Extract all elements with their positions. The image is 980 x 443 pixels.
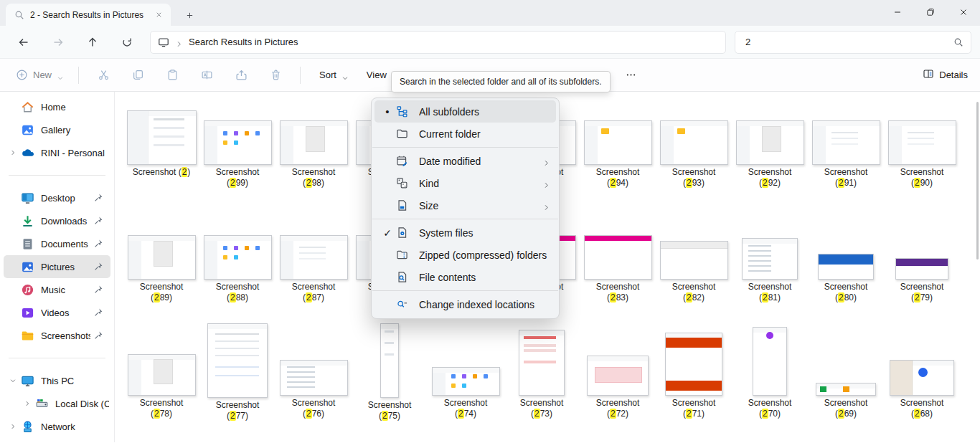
toolbar-separator (78, 67, 79, 84)
file-item[interactable]: Screenshot (279) (884, 210, 960, 306)
sidebar-item-desktop[interactable]: Desktop (4, 186, 110, 209)
menu-item-kind[interactable]: Kind (374, 172, 556, 194)
sort-button[interactable]: Sort (308, 64, 355, 87)
file-item[interactable]: Screenshot (294) (580, 94, 656, 191)
menu-separator (372, 147, 558, 148)
tab-close-icon[interactable] (152, 9, 165, 22)
menu-item-change-indexed-locations[interactable]: Change indexed locations (374, 293, 556, 315)
file-item[interactable]: Screenshot (271) (656, 323, 732, 422)
sidebar-item-rini-personal[interactable]: RINI - Personal (4, 141, 110, 164)
new-button[interactable]: New (9, 64, 71, 87)
file-item[interactable]: Screenshot (273) (504, 323, 580, 422)
sidebar-item-label: Documents (41, 239, 90, 249)
menu-item-size[interactable]: Size (374, 194, 556, 216)
menu-item-system-files[interactable]: ✓System files (374, 222, 556, 244)
search-term-highlight: 2 (458, 409, 464, 419)
menu-item-current-folder[interactable]: Current folder (374, 123, 556, 145)
expander-spacer (5, 216, 21, 225)
file-item[interactable]: Screenshot (289) (123, 210, 199, 306)
search-icon[interactable] (953, 37, 963, 47)
file-item[interactable]: Screenshot (298) (275, 94, 352, 191)
file-item[interactable]: Screenshot (280) (808, 210, 884, 306)
sidebar-item-label: Music (41, 285, 90, 295)
expander-spacer (5, 331, 21, 340)
chevron-right-icon[interactable] (19, 399, 35, 408)
menu-item-date-modified[interactable]: Date modified (374, 150, 556, 172)
search-input[interactable] (738, 37, 953, 47)
chevron-right-icon[interactable] (5, 148, 21, 157)
file-item[interactable]: Screenshot (275) (352, 323, 428, 422)
menu-item-all-subfolders[interactable]: •All subfolders (374, 100, 556, 123)
new-tab-button[interactable] (181, 6, 198, 24)
file-item[interactable]: Screenshot (2) (123, 94, 199, 191)
file-item[interactable]: Screenshot (278) (123, 323, 199, 422)
file-item[interactable]: Screenshot (276) (275, 323, 352, 422)
pin-icon (93, 216, 103, 226)
details-pane-icon (923, 68, 934, 82)
copy-button[interactable] (122, 64, 154, 87)
close-button[interactable] (947, 0, 980, 24)
search-term-highlight: 2 (534, 409, 540, 419)
file-item[interactable]: Screenshot (272) (580, 323, 656, 422)
sidebar-item-label: Local Disk (C:) (55, 399, 109, 409)
sidebar-item-home[interactable]: Home (4, 95, 110, 118)
vertical-scrollbar[interactable] (976, 102, 979, 259)
chevron-right-icon[interactable] (175, 38, 183, 46)
share-button[interactable] (225, 64, 257, 87)
chevron-down-icon[interactable] (5, 376, 21, 385)
sidebar-item-downloads[interactable]: Downloads (4, 209, 110, 232)
sidebar-item-gallery[interactable]: Gallery (4, 118, 110, 141)
file-item[interactable]: Screenshot (277) (199, 323, 275, 422)
chevron-right-icon[interactable] (5, 422, 21, 431)
file-item[interactable]: Screenshot (293) (656, 94, 732, 191)
file-item[interactable]: Screenshot (282) (656, 210, 732, 306)
file-explorer-window: 2 - Search Results in Pictures Search Re… (0, 0, 980, 443)
search-box[interactable] (735, 31, 971, 54)
see-more-button[interactable] (619, 64, 644, 87)
menu-item-label: File contents (419, 272, 550, 283)
menu-item-zipped-compressed-folders[interactable]: Zipped (compressed) folders (374, 244, 556, 266)
file-item[interactable]: Screenshot (281) (732, 210, 808, 306)
explorer-tab[interactable]: 2 - Search Results in Pictures (6, 4, 171, 26)
file-thumbnail (127, 110, 197, 165)
sidebar-item-network[interactable]: Network (4, 415, 110, 438)
file-item[interactable]: Screenshot (268) (884, 323, 960, 422)
details-button[interactable]: Details (916, 64, 974, 87)
sidebar-item-label: Home (41, 102, 109, 113)
address-bar[interactable]: Search Results in Pictures (150, 31, 726, 54)
paste-button[interactable] (156, 64, 188, 87)
minimize-button[interactable] (881, 0, 914, 24)
file-item[interactable]: Screenshot (288) (199, 210, 275, 306)
file-item[interactable]: Screenshot (269) (808, 323, 884, 422)
sidebar-item-pictures[interactable]: Pictures (4, 255, 110, 278)
file-item[interactable]: Screenshot (287) (275, 210, 352, 306)
delete-button[interactable] (260, 64, 291, 87)
file-item[interactable]: Screenshot (283) (580, 210, 656, 306)
file-item[interactable]: Screenshot (274) (428, 323, 504, 422)
file-item[interactable]: Screenshot (270) (732, 323, 808, 422)
sidebar-item-label: Downloads (41, 216, 90, 227)
sidebar-item-videos[interactable]: Videos (4, 301, 110, 324)
file-item[interactable]: Screenshot (291) (808, 94, 884, 191)
restore-button[interactable] (914, 0, 947, 24)
sidebar-item-screenshots[interactable]: Screenshots (4, 324, 110, 347)
forward-button[interactable] (45, 31, 71, 54)
sidebar-item-local-disk-c[interactable]: Local Disk (C:) (4, 392, 110, 415)
sidebar-item-this-pc[interactable]: This PC (4, 369, 110, 392)
refresh-button[interactable] (114, 31, 140, 54)
music-icon (21, 283, 34, 297)
file-thumbnail (753, 327, 787, 396)
file-item[interactable]: Screenshot (292) (732, 94, 808, 191)
file-item[interactable]: Screenshot (299) (199, 94, 275, 191)
sidebar-item-label: This PC (41, 376, 109, 386)
sidebar-item-documents[interactable]: Documents (4, 232, 110, 255)
rename-button[interactable] (191, 64, 222, 87)
menu-item-file-contents[interactable]: File contents (374, 266, 556, 288)
submenu-chevron-icon (542, 179, 550, 187)
back-button[interactable] (11, 31, 37, 54)
cut-button[interactable] (88, 64, 119, 87)
file-thumbnail (890, 360, 954, 396)
up-button[interactable] (80, 31, 105, 54)
sidebar-item-music[interactable]: Music (4, 278, 110, 301)
file-item[interactable]: Screenshot (290) (884, 94, 960, 191)
